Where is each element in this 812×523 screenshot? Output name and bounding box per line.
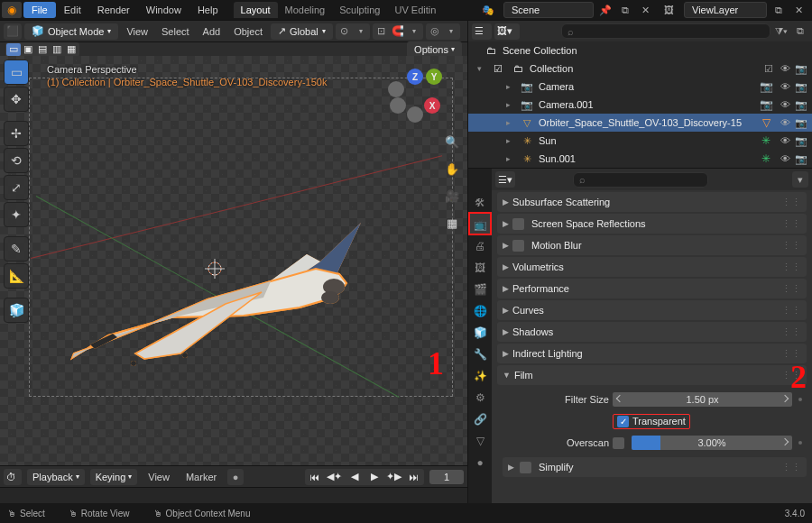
panel-simplify-header[interactable]: ▶ Simplify ⋮⋮ — [503, 457, 807, 477]
workspace-tab-modeling[interactable]: Modeling — [278, 2, 333, 18]
panel-film-header[interactable]: ▼ Film ⋮⋮ — [497, 365, 807, 385]
nav-perspective-icon[interactable]: ▦ — [442, 213, 462, 233]
jump-to-end-button[interactable]: ⏭ — [404, 469, 424, 485]
tab-modifiers[interactable]: 🔧 — [468, 344, 492, 365]
checkbox-icon[interactable]: ☑ — [490, 63, 506, 75]
menu-render[interactable]: Render — [89, 2, 138, 18]
header-menu-view[interactable]: View — [121, 26, 153, 37]
tab-material[interactable]: ● — [468, 452, 492, 473]
simplify-enable-checkbox[interactable] — [520, 462, 531, 473]
workspace-tab-sculpting[interactable]: Sculpting — [332, 2, 387, 18]
blender-logo[interactable]: ◉ — [2, 2, 22, 18]
visibility-toggle[interactable]: 👁 — [778, 117, 792, 129]
render-toggle[interactable]: 📷 — [794, 135, 808, 147]
tool-rotate[interactable]: ⟲ — [4, 148, 29, 173]
timeline-view-menu[interactable]: View — [143, 472, 175, 482]
outliner-row-scene-collection[interactable]: 🗀 Scene Collection — [468, 41, 812, 60]
panel-grip-icon[interactable]: ⋮⋮ — [781, 283, 801, 295]
gizmo-axis-neg-y[interactable] — [388, 81, 404, 97]
tool-add-cube[interactable]: 🧊 — [4, 298, 29, 323]
panel-grip-icon[interactable]: ⋮⋮ — [781, 240, 801, 252]
animate-dot[interactable] — [798, 398, 802, 401]
transform-orientation[interactable]: ↗ Global ▾ — [271, 23, 333, 40]
render-toggle[interactable]: 📷 — [794, 63, 808, 75]
shuttle-model[interactable] — [63, 200, 370, 381]
tool-annotate[interactable]: ✎ — [4, 236, 29, 262]
overscan-checkbox[interactable] — [613, 437, 624, 449]
nav-zoom-icon[interactable]: 🔍 — [442, 132, 462, 151]
tab-object[interactable]: 🧊 — [468, 322, 492, 344]
gizmo-axis-x[interactable]: X — [424, 97, 440, 114]
overscan-field[interactable]: 3.00% — [632, 436, 792, 450]
outliner-row-item[interactable]: ▸ ▽ Orbiter_Space_Shuttle_OV-103_Discove… — [468, 114, 812, 132]
tool-measure[interactable]: 📐 — [4, 263, 29, 289]
visibility-toggle[interactable]: 👁 — [778, 63, 792, 75]
outliner-row-item[interactable]: ▸ 📷 Camera 📷 👁📷 — [468, 78, 812, 96]
tab-output[interactable]: 🖨 — [468, 235, 492, 257]
menu-file[interactable]: File — [23, 2, 56, 18]
interaction-mode-selector[interactable]: 🧊 Object Mode ▾ — [24, 23, 118, 40]
jump-to-start-button[interactable]: ⏮ — [305, 469, 325, 485]
outliner-display-mode[interactable]: 🖼▾ — [494, 23, 520, 40]
panel-enable-checkbox[interactable] — [512, 240, 524, 252]
gizmo-axis-y[interactable]: Y — [426, 69, 442, 85]
properties-options-icon[interactable]: ▾ — [792, 171, 808, 188]
scene-name-field[interactable]: Scene — [503, 2, 594, 18]
tab-data[interactable]: ▽ — [468, 430, 492, 452]
timeline-playback-menu[interactable]: Playback▾ — [27, 469, 85, 485]
outliner-row-collection[interactable]: ▾ ☑ 🗀 Collection ☑👁📷 — [468, 60, 812, 78]
panel-grip-icon[interactable]: ⋮⋮ — [781, 218, 801, 230]
gizmo-axis-neg-x[interactable] — [390, 97, 406, 114]
tool-scale[interactable]: ⤢ — [4, 175, 29, 200]
outliner-editor-selector[interactable]: ☰ — [472, 23, 492, 40]
animate-dot[interactable] — [798, 441, 802, 445]
current-frame-field[interactable]: 1 — [429, 470, 464, 484]
transparent-checkbox[interactable]: ✓ — [617, 416, 629, 427]
play-reverse-button[interactable]: ◀ — [345, 469, 364, 485]
select-subtract-icon[interactable]: ▤ — [35, 43, 50, 56]
disclosure-icon[interactable]: ▸ — [501, 82, 515, 91]
snap-toggle[interactable]: ⊡🧲▾ — [373, 23, 423, 40]
outliner-filter-icon[interactable]: ⧩▾ — [773, 23, 789, 40]
panel-collapsed-header[interactable]: ▶ Screen Space Reflections ⋮⋮ — [497, 214, 807, 234]
panel-grip-icon[interactable]: ⋮⋮ — [781, 305, 801, 317]
tab-scene[interactable]: 🎬 — [468, 279, 492, 300]
pivot-button[interactable]: ⊙▾ — [336, 23, 370, 40]
workspace-tab-uv[interactable]: UV Editin — [387, 2, 443, 18]
select-extend-icon[interactable]: ▣ — [21, 43, 35, 56]
tab-render[interactable]: 📺 — [468, 214, 492, 235]
timeline-keying-menu[interactable]: Keying▾ — [90, 469, 138, 485]
tab-particles[interactable]: ✨ — [468, 365, 492, 387]
outliner-search[interactable]: ⌕ — [561, 23, 770, 39]
panel-grip-icon[interactable]: ⋮⋮ — [781, 262, 801, 273]
viewlayer-name-field[interactable]: ViewLayer — [684, 2, 767, 18]
menu-edit[interactable]: Edit — [56, 2, 89, 18]
panel-enable-checkbox[interactable] — [512, 218, 524, 230]
select-intersect-icon[interactable]: ▦ — [64, 43, 78, 56]
menu-help[interactable]: Help — [189, 2, 226, 18]
select-box-icon[interactable]: ▭ — [6, 43, 21, 56]
disclosure-icon[interactable]: ▸ — [501, 100, 515, 109]
panel-grip-icon[interactable]: ⋮⋮ — [781, 462, 801, 473]
tab-constraints[interactable]: 🔗 — [468, 408, 492, 430]
exclude-toggle[interactable]: ☑ — [761, 63, 776, 75]
proportional-edit-toggle[interactable]: ◎▾ — [426, 23, 460, 40]
timeline-ruler[interactable] — [0, 487, 467, 503]
transparent-checkbox-row[interactable]: ✓ Transparent — [613, 414, 690, 429]
properties-editor-selector[interactable]: ☰▾ — [495, 171, 515, 188]
panel-collapsed-header[interactable]: ▶ Indirect Lighting ⋮⋮ — [497, 344, 807, 363]
play-button[interactable]: ▶ — [364, 469, 384, 485]
disclosure-icon[interactable]: ▸ — [501, 118, 515, 127]
visibility-toggle[interactable]: 👁 — [778, 153, 792, 165]
filter-size-field[interactable]: 1.50 px — [613, 392, 792, 407]
disclosure-icon[interactable]: ▸ — [501, 136, 515, 145]
outliner-new-collection-icon[interactable]: ⧉ — [792, 23, 808, 40]
options-dropdown[interactable]: Options ▾ — [407, 41, 462, 58]
properties-search[interactable]: ⌕ — [573, 172, 708, 188]
disclosure-icon[interactable]: ▸ — [501, 154, 515, 163]
outliner-row-item[interactable]: ▸ ✳ Sun ✳ 👁📷 — [468, 132, 812, 150]
jump-keyframe-fwd-button[interactable]: ✦▶ — [384, 469, 404, 485]
select-invert-icon[interactable]: ▥ — [50, 43, 64, 56]
header-menu-add[interactable]: Add — [198, 26, 226, 37]
auto-keying-toggle[interactable]: ● — [227, 469, 244, 485]
